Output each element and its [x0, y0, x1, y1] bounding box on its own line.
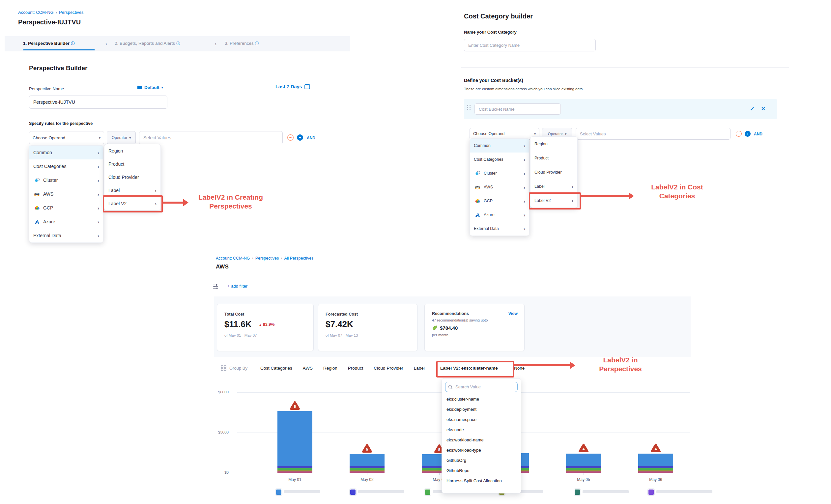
value-option-eks-cluster-name[interactable]: eks:cluster-name [442, 394, 521, 404]
group-by-selected-labelv2[interactable]: Label V2: eks:cluster-name [440, 366, 498, 370]
value-option-eks-workload-name[interactable]: eks:workload-name [442, 435, 521, 445]
values-input[interactable] [139, 131, 283, 144]
anomaly-badge[interactable]: 5 [362, 444, 372, 454]
forecasted-cost-period: of May 07 - May 13 [325, 333, 417, 337]
anomaly-badge[interactable]: 4 [651, 443, 661, 454]
total-cost-card: Total Cost $11.6K ▲ 83.9% of May 01 - Ma… [217, 304, 314, 351]
remove-rule-button[interactable]: − [287, 135, 294, 141]
drag-handle[interactable] [467, 105, 471, 110]
submenu-item-label: Region [535, 142, 573, 146]
chart-bar-may-05[interactable] [566, 454, 601, 473]
submenu-item-label-v2[interactable]: Label V2› [531, 194, 577, 208]
value-option-eks-deployment[interactable]: eks:deployment [442, 404, 521, 414]
svg-text:4: 4 [582, 447, 585, 451]
group-by-item-label[interactable]: Label [414, 366, 425, 370]
menu-item-azure[interactable]: Azure› [470, 208, 529, 222]
submenu-item-product[interactable]: Product [105, 157, 161, 171]
annotation-perspectives: LabelV2 in Perspectives [588, 356, 653, 374]
submenu-item-label-v2[interactable]: Label V2› [105, 197, 161, 210]
chart-bar-may-01[interactable] [278, 411, 312, 473]
operator-select[interactable]: Operator ▾ [107, 131, 136, 144]
chevron-right-icon: › [97, 178, 99, 183]
chevron-right-icon: › [97, 164, 99, 169]
anomaly-badge[interactable]: 5 [290, 401, 300, 411]
cancel-bucket-button[interactable]: ✕ [761, 106, 766, 112]
submenu-item-region[interactable]: Region [531, 137, 577, 151]
menu-item-cluster[interactable]: Cluster› [29, 173, 103, 187]
submenu-item-label: Cloud Provider [535, 170, 573, 175]
value-search-input[interactable] [455, 384, 515, 390]
savings-leaf-icon [432, 325, 437, 331]
group-by-item-region[interactable]: Region [323, 366, 337, 370]
breadcrumb-account-link[interactable]: Account: CCM-NG [18, 10, 54, 15]
menu-item-common[interactable]: Common› [29, 146, 103, 159]
tab-label: 3. Preferences [225, 41, 254, 46]
filter-settings-icon[interactable] [212, 284, 219, 289]
cost-bucket-name-input[interactable] [475, 103, 561, 115]
values-input-right[interactable] [576, 128, 730, 140]
operand-select-right[interactable]: Choose Operand ▾ [469, 128, 539, 140]
group-by-none[interactable]: None [514, 366, 524, 370]
submenu-item-label[interactable]: Label› [531, 179, 577, 194]
submenu-item-product[interactable]: Product [531, 151, 577, 165]
chevron-right-icon: › [97, 233, 99, 238]
breadcrumb-account-link[interactable]: Account: CCM-NG [216, 256, 250, 261]
submenu-item-cloud-provider[interactable]: Cloud Provider [105, 171, 161, 184]
menu-item-external-data[interactable]: External Data› [470, 222, 529, 236]
group-by-item-cost-categories[interactable]: Cost Categories [260, 366, 292, 370]
chevron-right-icon: › [523, 143, 525, 149]
menu-item-common[interactable]: Common› [470, 139, 529, 152]
add-filter-button[interactable]: + add filter [227, 284, 248, 289]
perspective-name-input[interactable] [29, 95, 167, 109]
value-option-githuborg[interactable]: GithubOrg [442, 455, 521, 466]
value-option-eks-namespace[interactable]: eks:namespace [442, 414, 521, 425]
submenu-item-cloud-provider[interactable]: Cloud Provider [531, 165, 577, 179]
x-axis-label: May 05 [567, 477, 600, 482]
value-search-box[interactable] [445, 382, 518, 392]
close-icon: ✕ [761, 106, 766, 111]
value-option-eks-node[interactable]: eks:node [442, 425, 521, 435]
confirm-bucket-button[interactable]: ✓ [750, 106, 754, 112]
folder-selector[interactable]: Default ▾ [137, 85, 163, 90]
breadcrumb-perspectives-link[interactable]: Perspectives [255, 256, 279, 261]
group-by-item-product[interactable]: Product [348, 366, 364, 370]
value-option-githubrepo[interactable]: GithubRepo [442, 466, 521, 476]
group-by-item-cloud-provider[interactable]: Cloud Provider [374, 366, 403, 370]
chart-bar-may-06[interactable] [638, 454, 673, 473]
anomaly-badge[interactable]: 4 [578, 443, 589, 454]
menu-item-label: Common [474, 143, 523, 148]
annotation-arrow [162, 202, 184, 204]
operand-select[interactable]: Choose Operand ▾ [29, 131, 104, 144]
tab-preferences[interactable]: 3. Preferencesⓘ [225, 41, 259, 47]
menu-item-cluster[interactable]: Cluster› [470, 166, 529, 180]
chart-bar-may-02[interactable] [350, 454, 384, 473]
menu-item-aws[interactable]: awsAWS› [29, 187, 103, 201]
view-recommendations-link[interactable]: View [509, 311, 518, 316]
breadcrumb-all-perspectives-link[interactable]: All Perspectives [284, 256, 313, 261]
date-range-picker[interactable]: Last 7 Days [276, 84, 310, 89]
menu-item-aws[interactable]: awsAWS› [470, 180, 529, 194]
menu-item-gcp[interactable]: GCP› [470, 194, 529, 208]
menu-item-cost-categories[interactable]: Cost Categories› [29, 159, 103, 173]
info-icon: ⓘ [176, 41, 180, 46]
menu-item-gcp[interactable]: GCP› [29, 201, 103, 215]
submenu-item-label[interactable]: Label› [105, 184, 161, 197]
menu-item-external-data[interactable]: External Data› [29, 229, 103, 242]
menu-item-cost-categories[interactable]: Cost Categories› [470, 152, 529, 166]
and-operator-button[interactable]: AND [754, 132, 763, 137]
remove-rule-button[interactable]: − [736, 131, 742, 137]
value-option-harness-split-cost-allocation[interactable]: Harness-Split Cost Allocation [442, 476, 521, 486]
tab-budgets-reports-alerts[interactable]: 2. Budgets, Reports and Alertsⓘ [115, 41, 180, 47]
menu-item-azure[interactable]: Azure› [29, 215, 103, 229]
value-option-eks-workload-type[interactable]: eks:workload-type [442, 445, 521, 455]
breadcrumb-perspectives-link[interactable]: Perspectives [59, 10, 83, 15]
tab-perspective-builder[interactable]: 1. Perspective Builderⓘ [23, 41, 75, 47]
submenu-item-region[interactable]: Region [105, 144, 161, 157]
add-rule-button[interactable]: + [745, 131, 751, 137]
cost-category-name-input[interactable] [464, 39, 596, 51]
and-operator-button[interactable]: AND [307, 136, 315, 140]
screenshot-stage: Account: CCM-NG›Perspectives Perspective… [0, 0, 831, 504]
group-by-item-aws[interactable]: AWS [303, 366, 313, 370]
add-rule-button[interactable]: + [297, 135, 303, 141]
legend-swatch [350, 489, 356, 496]
